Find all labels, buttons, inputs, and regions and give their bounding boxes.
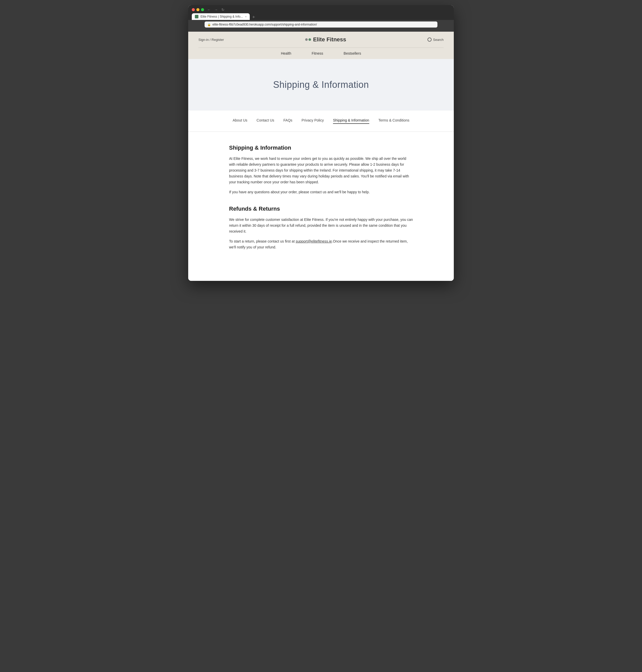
shipping-info-section: Shipping & Information At Elite Fitness,…	[229, 144, 413, 195]
return-paragraph-prefix: To start a return, please contact us fir…	[229, 239, 296, 243]
refunds-returns-paragraph2: To start a return, please contact us fir…	[229, 238, 413, 250]
shipping-info-paragraph2: If you have any questions about your ord…	[229, 189, 413, 195]
tab-close-icon[interactable]: ×	[245, 15, 247, 18]
tab-favicon-icon	[195, 15, 198, 18]
nav-item-bestsellers[interactable]: Bestsellers	[344, 51, 361, 55]
support-nav-shipping[interactable]: Shipping & Information	[333, 118, 369, 124]
tab-title: Elite Fitness | Shipping & Info...	[201, 15, 243, 18]
browser-nav-buttons: ← → ↻	[206, 8, 226, 12]
url-text: elite-fitness-f6b7c0ead930.herokuapp.com…	[213, 23, 317, 26]
new-tab-button[interactable]: +	[251, 15, 257, 20]
refunds-returns-paragraph1: We strive for complete customer satisfac…	[229, 217, 413, 234]
refunds-returns-heading: Refunds & Returns	[229, 206, 413, 212]
website-content: Sign-in / Register Elite Fitness Search …	[188, 32, 454, 281]
support-email-link[interactable]: support@elitefitness.ie	[296, 239, 332, 243]
support-nav-privacy-policy[interactable]: Privacy Policy	[301, 118, 324, 124]
support-nav-contact-us[interactable]: Contact Us	[257, 118, 274, 124]
nav-item-fitness[interactable]: Fitness	[311, 51, 323, 55]
support-nav: About Us Contact Us FAQs Privacy Policy …	[188, 111, 454, 132]
support-nav-about-us[interactable]: About Us	[233, 118, 247, 124]
shipping-info-paragraph1: At Elite Fitness, we work hard to ensure…	[229, 156, 413, 185]
sign-in-register-link[interactable]: Sign-in / Register	[198, 38, 224, 42]
browser-top-row: ← → ↻	[192, 8, 450, 12]
forward-button[interactable]: →	[213, 8, 219, 12]
traffic-lights	[192, 8, 204, 11]
tab-bar: Elite Fitness | Shipping & Info... × +	[192, 13, 450, 20]
nav-item-health[interactable]: Health	[281, 51, 291, 55]
refunds-returns-section: Refunds & Returns We strive for complete…	[229, 206, 413, 250]
logo-dots	[305, 38, 311, 41]
site-logo: Elite Fitness	[305, 36, 346, 43]
page-title: Shipping & Information	[198, 79, 444, 90]
maximize-window-button[interactable]	[201, 8, 204, 11]
browser-chrome: ← → ↻ Elite Fitness | Shipping & Info...…	[188, 5, 454, 20]
main-content: Shipping & Information At Elite Fitness,…	[188, 132, 454, 281]
active-tab[interactable]: Elite Fitness | Shipping & Info... ×	[192, 13, 250, 20]
logo-dot-gray	[305, 38, 308, 41]
support-nav-faqs[interactable]: FAQs	[283, 118, 292, 124]
logo-dot-green	[308, 38, 311, 41]
minimize-window-button[interactable]	[196, 8, 200, 11]
header-top: Sign-in / Register Elite Fitness Search	[198, 32, 444, 48]
search-button[interactable]: Search	[427, 38, 444, 42]
page-hero: Shipping & Information	[188, 59, 454, 111]
search-icon	[427, 38, 432, 42]
logo-text: Elite Fitness	[313, 36, 346, 43]
site-header: Sign-in / Register Elite Fitness Search …	[188, 32, 454, 59]
address-bar[interactable]: 🔒 elite-fitness-f6b7c0ead930.herokuapp.c…	[205, 22, 437, 28]
close-window-button[interactable]	[192, 8, 195, 11]
lock-icon: 🔒	[207, 23, 211, 26]
shipping-info-heading: Shipping & Information	[229, 144, 413, 151]
browser-window: ← → ↻ Elite Fitness | Shipping & Info...…	[188, 5, 454, 281]
back-button[interactable]: ←	[206, 8, 212, 12]
search-label: Search	[433, 38, 444, 42]
main-nav: Health Fitness Bestsellers	[198, 48, 444, 59]
support-nav-terms[interactable]: Terms & Conditions	[378, 118, 409, 124]
refresh-button[interactable]: ↻	[220, 8, 226, 12]
